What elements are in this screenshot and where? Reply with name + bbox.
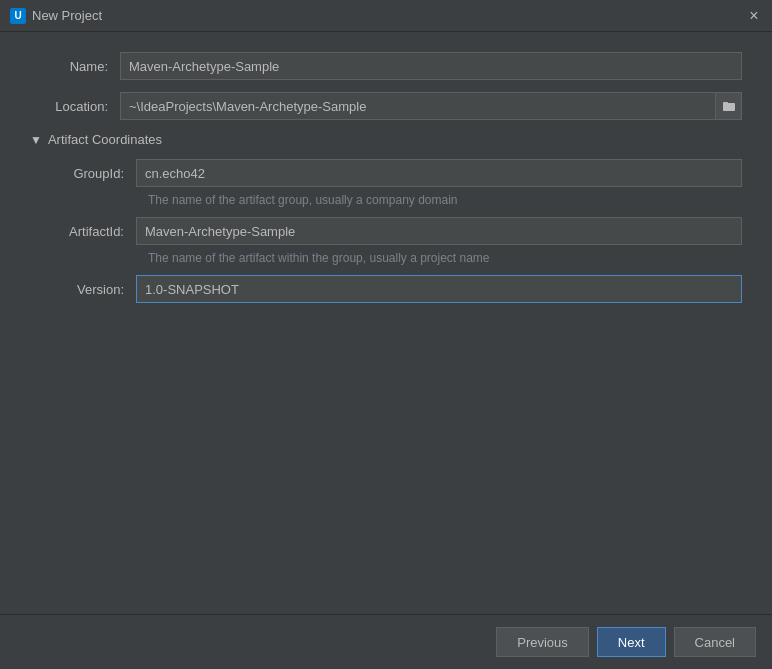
groupid-row: GroupId: [46,159,742,187]
title-bar: U New Project × [0,0,772,32]
name-input[interactable] [120,52,742,80]
artifactid-hint: The name of the artifact within the grou… [148,251,742,265]
artifactid-input-wrapper [136,217,742,245]
cancel-button[interactable]: Cancel [674,627,756,657]
groupid-label: GroupId: [46,166,136,181]
name-label: Name: [30,59,120,74]
app-icon: U [10,8,26,24]
groupid-input[interactable] [136,159,742,187]
name-input-wrapper [120,52,742,80]
dialog-footer: Previous Next Cancel [0,614,772,669]
dialog-title: New Project [32,8,746,23]
version-row: Version: [46,275,742,303]
version-input[interactable] [136,275,742,303]
version-input-wrapper [136,275,742,303]
location-row: Location: [30,92,742,120]
groupid-input-wrapper [136,159,742,187]
artifact-section-header: ▼ Artifact Coordinates [30,132,742,147]
svg-rect-1 [723,102,728,105]
location-input[interactable] [120,92,716,120]
dialog-content: Name: Location: ▼ Artifact Coordinates [0,32,772,614]
artifactid-input[interactable] [136,217,742,245]
previous-button[interactable]: Previous [496,627,589,657]
artifact-section: GroupId: The name of the artifact group,… [46,159,742,303]
groupid-hint: The name of the artifact group, usually … [148,193,742,207]
folder-icon [723,100,735,112]
close-button[interactable]: × [746,8,762,24]
new-project-dialog: U New Project × Name: Location: [0,0,772,669]
location-label: Location: [30,99,120,114]
next-button[interactable]: Next [597,627,666,657]
version-label: Version: [46,282,136,297]
artifactid-row: ArtifactId: [46,217,742,245]
location-input-wrapper [120,92,742,120]
artifact-toggle[interactable]: ▼ [30,133,42,147]
artifact-section-title: Artifact Coordinates [48,132,162,147]
artifactid-label: ArtifactId: [46,224,136,239]
name-row: Name: [30,52,742,80]
browse-button[interactable] [716,92,742,120]
